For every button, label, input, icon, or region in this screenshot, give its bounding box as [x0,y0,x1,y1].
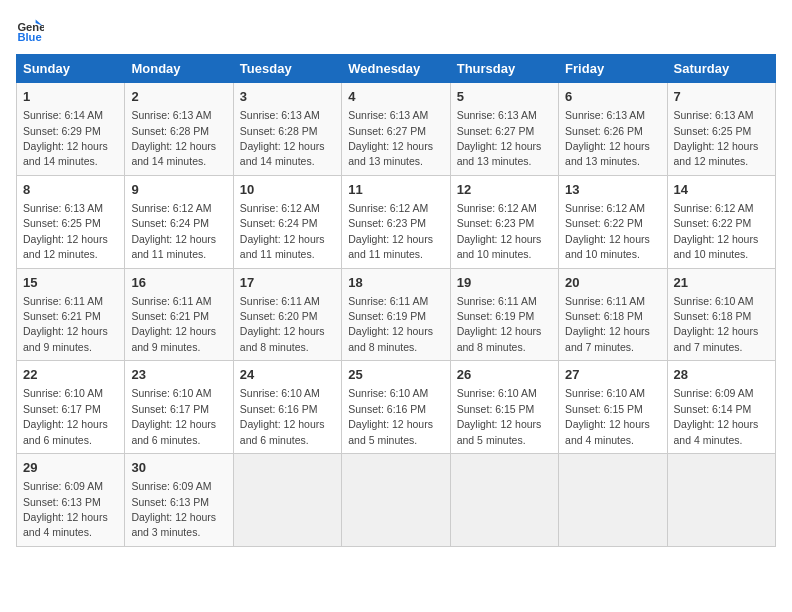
day-daylight: Daylight: 12 hours and 14 minutes. [131,140,216,167]
day-sunrise: Sunrise: 6:13 AM [565,109,645,121]
calendar-cell: 22Sunrise: 6:10 AMSunset: 6:17 PMDayligh… [17,361,125,454]
day-daylight: Daylight: 12 hours and 6 minutes. [131,418,216,445]
day-sunset: Sunset: 6:14 PM [674,403,752,415]
day-sunset: Sunset: 6:17 PM [131,403,209,415]
day-daylight: Daylight: 12 hours and 3 minutes. [131,511,216,538]
calendar-cell [559,454,667,547]
day-number: 12 [457,181,552,199]
calendar-cell: 26Sunrise: 6:10 AMSunset: 6:15 PMDayligh… [450,361,558,454]
header-day-thursday: Thursday [450,55,558,83]
day-daylight: Daylight: 12 hours and 6 minutes. [23,418,108,445]
day-number: 8 [23,181,118,199]
day-sunset: Sunset: 6:24 PM [131,217,209,229]
calendar-cell: 20Sunrise: 6:11 AMSunset: 6:18 PMDayligh… [559,268,667,361]
day-number: 15 [23,274,118,292]
calendar-cell: 6Sunrise: 6:13 AMSunset: 6:26 PMDaylight… [559,83,667,176]
calendar-cell [667,454,775,547]
day-sunset: Sunset: 6:21 PM [23,310,101,322]
header-day-sunday: Sunday [17,55,125,83]
day-daylight: Daylight: 12 hours and 10 minutes. [674,233,759,260]
calendar-cell [450,454,558,547]
calendar-cell: 3Sunrise: 6:13 AMSunset: 6:28 PMDaylight… [233,83,341,176]
calendar-week-5: 29Sunrise: 6:09 AMSunset: 6:13 PMDayligh… [17,454,776,547]
calendar-cell: 14Sunrise: 6:12 AMSunset: 6:22 PMDayligh… [667,175,775,268]
calendar-week-4: 22Sunrise: 6:10 AMSunset: 6:17 PMDayligh… [17,361,776,454]
day-daylight: Daylight: 12 hours and 9 minutes. [23,325,108,352]
calendar-cell: 17Sunrise: 6:11 AMSunset: 6:20 PMDayligh… [233,268,341,361]
day-sunrise: Sunrise: 6:12 AM [457,202,537,214]
day-sunrise: Sunrise: 6:09 AM [674,387,754,399]
calendar-cell: 28Sunrise: 6:09 AMSunset: 6:14 PMDayligh… [667,361,775,454]
page-header: General Blue [16,16,776,44]
day-daylight: Daylight: 12 hours and 5 minutes. [457,418,542,445]
calendar-cell: 7Sunrise: 6:13 AMSunset: 6:25 PMDaylight… [667,83,775,176]
day-sunrise: Sunrise: 6:10 AM [240,387,320,399]
day-daylight: Daylight: 12 hours and 8 minutes. [348,325,433,352]
day-sunset: Sunset: 6:22 PM [565,217,643,229]
day-sunrise: Sunrise: 6:09 AM [131,480,211,492]
calendar-cell: 24Sunrise: 6:10 AMSunset: 6:16 PMDayligh… [233,361,341,454]
calendar-week-1: 1Sunrise: 6:14 AMSunset: 6:29 PMDaylight… [17,83,776,176]
day-daylight: Daylight: 12 hours and 10 minutes. [457,233,542,260]
day-daylight: Daylight: 12 hours and 8 minutes. [240,325,325,352]
day-sunrise: Sunrise: 6:10 AM [457,387,537,399]
day-number: 10 [240,181,335,199]
day-number: 20 [565,274,660,292]
day-number: 28 [674,366,769,384]
day-number: 24 [240,366,335,384]
day-sunrise: Sunrise: 6:12 AM [240,202,320,214]
calendar-cell: 23Sunrise: 6:10 AMSunset: 6:17 PMDayligh… [125,361,233,454]
day-sunset: Sunset: 6:22 PM [674,217,752,229]
day-daylight: Daylight: 12 hours and 14 minutes. [23,140,108,167]
day-sunset: Sunset: 6:27 PM [457,125,535,137]
day-sunrise: Sunrise: 6:10 AM [23,387,103,399]
day-sunset: Sunset: 6:13 PM [131,496,209,508]
day-sunrise: Sunrise: 6:10 AM [131,387,211,399]
logo: General Blue [16,16,48,44]
calendar-cell: 12Sunrise: 6:12 AMSunset: 6:23 PMDayligh… [450,175,558,268]
day-sunset: Sunset: 6:15 PM [565,403,643,415]
day-daylight: Daylight: 12 hours and 8 minutes. [457,325,542,352]
day-sunrise: Sunrise: 6:13 AM [240,109,320,121]
calendar-cell [233,454,341,547]
day-sunrise: Sunrise: 6:12 AM [348,202,428,214]
calendar-cell: 30Sunrise: 6:09 AMSunset: 6:13 PMDayligh… [125,454,233,547]
day-number: 21 [674,274,769,292]
day-daylight: Daylight: 12 hours and 13 minutes. [457,140,542,167]
day-sunrise: Sunrise: 6:10 AM [565,387,645,399]
calendar-cell: 4Sunrise: 6:13 AMSunset: 6:27 PMDaylight… [342,83,450,176]
day-number: 7 [674,88,769,106]
day-number: 2 [131,88,226,106]
day-sunset: Sunset: 6:28 PM [240,125,318,137]
calendar-cell: 29Sunrise: 6:09 AMSunset: 6:13 PMDayligh… [17,454,125,547]
day-daylight: Daylight: 12 hours and 14 minutes. [240,140,325,167]
day-sunrise: Sunrise: 6:13 AM [348,109,428,121]
header-day-saturday: Saturday [667,55,775,83]
calendar-cell: 5Sunrise: 6:13 AMSunset: 6:27 PMDaylight… [450,83,558,176]
day-daylight: Daylight: 12 hours and 7 minutes. [565,325,650,352]
day-sunset: Sunset: 6:17 PM [23,403,101,415]
day-number: 11 [348,181,443,199]
calendar-cell: 9Sunrise: 6:12 AMSunset: 6:24 PMDaylight… [125,175,233,268]
day-number: 3 [240,88,335,106]
calendar-cell: 2Sunrise: 6:13 AMSunset: 6:28 PMDaylight… [125,83,233,176]
day-number: 9 [131,181,226,199]
day-sunset: Sunset: 6:19 PM [348,310,426,322]
calendar-cell: 19Sunrise: 6:11 AMSunset: 6:19 PMDayligh… [450,268,558,361]
day-number: 27 [565,366,660,384]
day-sunset: Sunset: 6:18 PM [674,310,752,322]
calendar-cell: 27Sunrise: 6:10 AMSunset: 6:15 PMDayligh… [559,361,667,454]
day-daylight: Daylight: 12 hours and 13 minutes. [565,140,650,167]
day-daylight: Daylight: 12 hours and 4 minutes. [674,418,759,445]
day-daylight: Daylight: 12 hours and 13 minutes. [348,140,433,167]
day-daylight: Daylight: 12 hours and 9 minutes. [131,325,216,352]
day-sunrise: Sunrise: 6:10 AM [348,387,428,399]
day-sunrise: Sunrise: 6:13 AM [457,109,537,121]
calendar-week-2: 8Sunrise: 6:13 AMSunset: 6:25 PMDaylight… [17,175,776,268]
calendar-cell: 8Sunrise: 6:13 AMSunset: 6:25 PMDaylight… [17,175,125,268]
day-daylight: Daylight: 12 hours and 12 minutes. [674,140,759,167]
day-sunset: Sunset: 6:15 PM [457,403,535,415]
day-number: 13 [565,181,660,199]
day-daylight: Daylight: 12 hours and 11 minutes. [348,233,433,260]
day-number: 26 [457,366,552,384]
